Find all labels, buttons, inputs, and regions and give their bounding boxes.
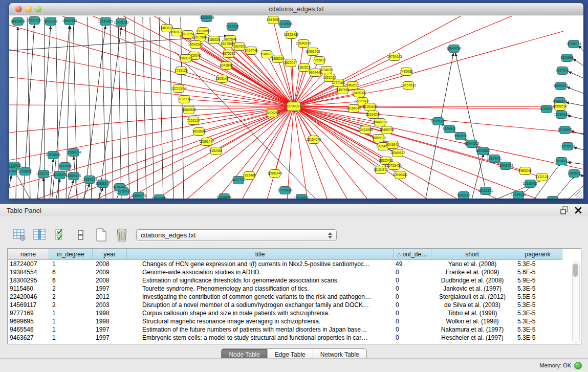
table-settings-icon[interactable] [12, 228, 26, 242]
cell-pagerank[interactable]: 5.3E-5 [513, 260, 562, 268]
table-header-row[interactable]: namein_degreeyeartitle△out_de…shortpager… [8, 249, 581, 260]
cell-short[interactable]: Stergiakouli et al. (2012) [431, 293, 513, 301]
citation-edge-black[interactable] [569, 72, 583, 78]
cell-in_degree[interactable]: 2 [49, 301, 93, 309]
cell-out_degree[interactable]: 0 [394, 325, 431, 334]
close-panel-icon[interactable] [575, 207, 582, 214]
delete-table-icon[interactable] [115, 228, 128, 242]
citation-edge-black[interactable] [143, 17, 146, 199]
table-row[interactable]: 1456911722003Disruption of a novel membe… [8, 301, 581, 309]
column-header-in_degree[interactable]: in_degree [49, 249, 93, 260]
table-body[interactable]: 1872400712008Changes of HCN gene express… [8, 260, 581, 344]
table-row[interactable]: 1938455462009Genome-wide association stu… [8, 268, 581, 276]
citation-edge-black[interactable] [568, 162, 583, 164]
cell-out_degree[interactable]: 0 [394, 276, 431, 285]
cell-in_degree[interactable]: 6 [49, 268, 93, 276]
cell-in_degree[interactable]: 1 [49, 309, 93, 317]
table-row[interactable]: 946362711997Embryonic stem cells: a mode… [8, 334, 581, 342]
cell-title[interactable]: Changes of HCN gene expression and I(f) … [127, 260, 394, 268]
table-row[interactable]: 969969511998Structural magnetic resonanc… [8, 317, 581, 325]
cell-title[interactable]: Disruption of a novel member of a sodium… [127, 301, 394, 309]
table-selector-dropdown[interactable]: citations_edges.txt [136, 229, 337, 241]
cell-out_degree[interactable]: 0 [394, 293, 431, 301]
citation-edge-black[interactable] [110, 17, 113, 199]
cell-in_degree[interactable]: 1 [49, 317, 93, 325]
citation-edge-black[interactable] [125, 17, 129, 199]
cell-pagerank[interactable]: 5.3E-5 [513, 334, 562, 342]
cell-out_degree[interactable]: 0 [394, 334, 431, 342]
cell-year[interactable]: 2008 [93, 276, 127, 285]
cell-short[interactable]: Yano et al. (2008) [431, 260, 513, 268]
cell-name[interactable]: 9699695 [8, 317, 49, 325]
citation-edge-black[interactable] [580, 174, 583, 177]
column-visibility-icon[interactable] [33, 228, 47, 242]
cell-year[interactable]: 1997 [93, 325, 127, 334]
cell-short[interactable]: Tibbo et al. (1998) [431, 309, 513, 317]
citation-edge-black[interactable] [533, 163, 560, 199]
table-row[interactable]: 977716911998Corpus callosum shape and si… [8, 309, 581, 317]
cell-in_degree[interactable]: 1 [49, 334, 93, 342]
cell-year[interactable]: 1998 [93, 309, 127, 317]
cell-out_degree[interactable]: 0 [394, 268, 431, 276]
cell-in_degree[interactable]: 1 [49, 260, 93, 268]
column-header-short[interactable]: short [431, 249, 513, 260]
table-row[interactable]: 1830029562008Estimation of significance … [8, 276, 581, 285]
cell-year[interactable]: 2003 [93, 301, 127, 309]
new-table-icon[interactable] [94, 228, 108, 242]
cell-in_degree[interactable]: 1 [49, 325, 93, 334]
cell-out_degree[interactable]: 0 [394, 285, 431, 293]
cell-name[interactable]: 9463627 [8, 334, 49, 342]
cell-short[interactable]: Nakamura et al. (1997) [431, 325, 513, 334]
cell-title[interactable]: Genome-wide association studies in ADHD. [127, 268, 394, 276]
cell-title[interactable]: Investigating the contribution of common… [127, 293, 394, 301]
cell-name[interactable]: 9115460 [8, 285, 49, 293]
citation-edge-black[interactable] [67, 180, 74, 199]
cell-pagerank[interactable]: 5.5E-5 [513, 293, 562, 301]
cell-short[interactable]: de Silva et al. (2003) [431, 301, 513, 309]
cell-pagerank[interactable]: 5.3E-5 [513, 285, 562, 293]
cell-year[interactable]: 1997 [93, 285, 127, 293]
cell-pagerank[interactable]: 5.3E-5 [513, 301, 562, 309]
node-table[interactable]: namein_degreeyeartitle△out_de…shortpager… [7, 248, 581, 344]
cell-short[interactable]: Jankovic et al. (1997) [431, 285, 513, 293]
cell-year[interactable]: 2012 [93, 293, 127, 301]
cell-title[interactable]: Tourette syndrome. Phenomenology and cla… [127, 285, 394, 293]
table-row[interactable]: 2242004622012Investigating the contribut… [8, 293, 581, 301]
network-graph-svg[interactable]: 1663580920651707903193814637485137104851… [9, 15, 583, 199]
table-vertical-scrollbar[interactable] [572, 261, 580, 343]
cell-in_degree[interactable]: 2 [49, 293, 93, 301]
cell-pagerank[interactable]: 5.3E-5 [513, 325, 562, 334]
table-row[interactable]: 911546021997Tourette syndrome. Phenomeno… [8, 285, 581, 293]
cell-short[interactable]: Dudbridge et al. (2008) [431, 276, 513, 285]
cell-title[interactable]: Estimation of the future numbers of pati… [127, 325, 394, 334]
cell-name[interactable]: 9777169 [8, 309, 49, 317]
cell-out_degree[interactable]: 0 [394, 301, 431, 309]
cell-year[interactable]: 1997 [93, 334, 127, 342]
cell-in_degree[interactable]: 6 [49, 276, 93, 285]
cell-pagerank[interactable]: 5.3E-5 [513, 317, 562, 325]
cell-short[interactable]: Hescheler et al. (1997) [431, 334, 513, 342]
citation-edge-black[interactable] [579, 46, 583, 52]
cell-name[interactable]: 9465546 [8, 325, 49, 334]
column-header-out_degree[interactable]: △out_de… [394, 249, 431, 260]
network-view-window[interactable]: citations_edges.txt 16635809206517079031… [9, 3, 583, 199]
citation-edge-black[interactable] [159, 17, 163, 199]
citation-edge-black[interactable] [118, 17, 121, 199]
cell-year[interactable]: 1998 [93, 317, 127, 325]
cell-title[interactable]: Embryonic stem cells: a model to study s… [127, 334, 394, 342]
cell-out_degree[interactable]: 49 [394, 260, 431, 268]
citation-edge-black[interactable] [169, 17, 173, 199]
window-titlebar[interactable]: citations_edges.txt [9, 3, 583, 15]
row-height-icon[interactable] [74, 228, 88, 242]
citation-edge-black[interactable] [553, 176, 575, 199]
citation-edge-black[interactable] [566, 102, 583, 106]
cell-out_degree[interactable]: 0 [394, 317, 431, 325]
cell-title[interactable]: Structural magnetic resonance image aver… [127, 317, 394, 325]
citation-edge-black[interactable] [150, 17, 154, 199]
cell-name[interactable]: 18724007 [8, 260, 49, 268]
citation-edge-black[interactable] [574, 147, 583, 150]
citation-edge-black[interactable] [56, 179, 60, 199]
column-header-pagerank[interactable]: pagerank [513, 249, 562, 260]
cell-short[interactable]: Franke et al. (2009) [431, 268, 513, 276]
cell-name[interactable]: 14569117 [8, 301, 49, 309]
